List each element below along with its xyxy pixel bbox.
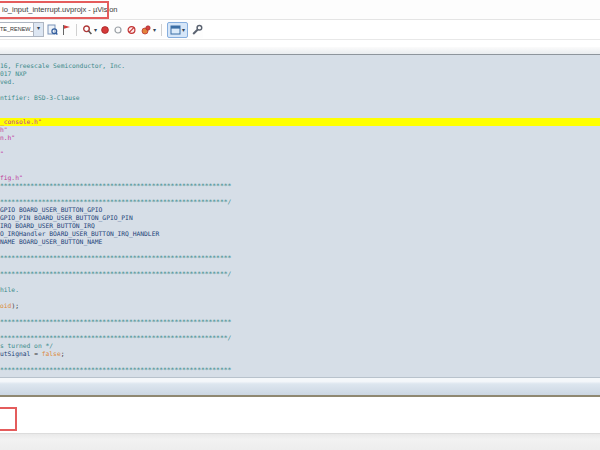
code-line[interactable]: ****************************************… [0,334,600,342]
breakpoint-insert-icon[interactable] [100,23,110,37]
code-fragment-comment: 017 NXP [0,70,27,77]
dropdown-caret-icon[interactable]: ▾ [182,23,185,37]
configure-wrench-icon[interactable] [191,23,203,37]
window-icon [170,25,181,35]
find-in-files-icon[interactable] [47,23,58,37]
code-fragment-comment: ****************************************… [0,318,231,325]
code-fragment-include: fig.h" [0,174,23,181]
code-fragment-define: GPIO BOARD_USER_BUTTON_GPIO [0,206,102,213]
code-fragment-comment: ved. [0,78,15,85]
bookmark-flag-icon[interactable] [61,23,71,37]
toolbar-divider [0,39,600,40]
code-line[interactable]: ****************************************… [0,254,600,262]
dropdown-caret-icon[interactable]: ▾ [33,23,43,36]
code-line[interactable]: 16, Freescale Semiconductor, Inc. [0,62,600,70]
code-line[interactable]: utSignal = false; [0,350,600,358]
code-line[interactable] [0,358,600,366]
code-fragment-plain: = [34,350,42,357]
code-fragment-comment: ****************************************… [0,254,231,261]
code-fragment-include: " [0,150,4,157]
code-line[interactable] [0,86,600,94]
uvision-window: io_input_interrupt.uvprojx - µVision TE_… [0,0,600,450]
code-line[interactable] [0,246,600,254]
code-fragment-define: IRQ BOARD_USER_BUTTON_IRQ [0,222,95,229]
code-fragment-comment: s turned on */ [0,342,53,349]
debug-windows-button[interactable]: ▾ [167,22,188,38]
code-fragment-define: GPIO_PIN BOARD_USER_BUTTON_GPIO_PIN [0,214,133,221]
code-line[interactable] [0,166,600,174]
toolbar-separator [76,24,77,36]
code-line[interactable]: 017 NXP [0,70,600,78]
code-line[interactable]: ntifier: BSD-3-Clause [0,94,600,102]
find-magnifier-icon[interactable]: ▾ [82,23,97,37]
code-line[interactable]: GPIO BOARD_USER_BUTTON_GPIO [0,206,600,214]
code-fragment-comment: ****************************************… [0,366,231,373]
code-line[interactable] [0,110,600,118]
window-title: io_input_interrupt.uvprojx - µVision [2,5,118,14]
code-line[interactable]: ved. [0,78,600,86]
code-line[interactable]: ****************************************… [0,318,600,326]
code-fragment-comment: ntifier: BSD-3-Clause [0,94,80,101]
code-fragment-plain: ); [11,302,19,309]
code-fragment-comment: ****************************************… [0,334,231,341]
breakpoint-kill-all-icon[interactable] [126,23,137,37]
code-fragment-define: utSignal [0,350,34,357]
code-line[interactable]: oid); [0,302,600,310]
status-bar [0,433,600,450]
editor-top-chrome [0,47,600,55]
code-line[interactable]: hile. [0,286,600,294]
code-line[interactable]: " [0,150,600,158]
code-line[interactable] [0,190,600,198]
code-line[interactable] [0,102,600,110]
breakpoint-disable-icon[interactable] [113,23,123,37]
code-fragment-include: _console.h" [0,118,42,125]
breakpoint-enable-all-icon[interactable]: ▾ [140,23,156,37]
code-line[interactable]: ****************************************… [0,366,600,374]
dropdown-caret-icon[interactable]: ▾ [153,23,156,37]
code-line[interactable]: fig.h" [0,174,600,182]
horizontal-scrollbar[interactable] [0,378,600,397]
find-text-value: TE_RENEW_ADD [0,23,33,36]
code-line[interactable]: _console.h" [0,118,600,126]
code-line[interactable]: n.h" [0,134,600,142]
code-fragment-define: O_IRQHandler BOARD_USER_BUTTON_IRQ_HANDL… [0,230,159,237]
code-fragment-define: NAME BOARD_USER_BUTTON_NAME [0,238,102,245]
code-line[interactable]: ****************************************… [0,182,600,190]
code-line[interactable] [0,142,600,150]
code-line[interactable] [0,326,600,334]
code-fragment-comment: hile. [0,286,19,293]
title-bar: io_input_interrupt.uvprojx - µVision [0,0,600,20]
find-text-combo[interactable]: TE_RENEW_ADD ▾ [0,22,44,37]
code-line[interactable]: IRQ BOARD_USER_BUTTON_IRQ [0,222,600,230]
code-fragment-include: n.h" [0,134,15,141]
code-line[interactable]: NAME BOARD_USER_BUTTON_NAME [0,238,600,246]
code-fragment-comment: ****************************************… [0,270,231,277]
code-line[interactable]: O_IRQHandler BOARD_USER_BUTTON_IRQ_HANDL… [0,230,600,238]
code-fragment-keyword: false [42,350,61,357]
dropdown-caret-icon[interactable]: ▾ [94,23,97,37]
code-fragment-plain: ; [61,350,65,357]
code-editor[interactable]: 16, Freescale Semiconductor, Inc.017 NXP… [0,55,600,377]
code-line[interactable]: GPIO_PIN BOARD_USER_BUTTON_GPIO_PIN [0,214,600,222]
output-workspace: il. [0,397,600,433]
code-line[interactable]: h" [0,126,600,134]
code-line[interactable] [0,310,600,318]
code-line[interactable]: ****************************************… [0,270,600,278]
code-line[interactable] [0,262,600,270]
code-line[interactable]: s turned on */ [0,342,600,350]
code-fragment-comment: ****************************************… [0,198,231,205]
toolbar: TE_RENEW_ADD ▾ ▾ [0,21,203,38]
toolbar-separator [161,24,162,36]
code-fragment-comment: ****************************************… [0,182,231,189]
code-fragment-comment: 16, Freescale Semiconductor, Inc. [0,62,125,69]
code-line[interactable] [0,294,600,302]
code-line[interactable] [0,278,600,286]
code-fragment-keyword: oid [0,302,11,309]
code-fragment-include: h" [0,126,8,133]
code-line[interactable]: ****************************************… [0,198,600,206]
code-line[interactable] [0,158,600,166]
